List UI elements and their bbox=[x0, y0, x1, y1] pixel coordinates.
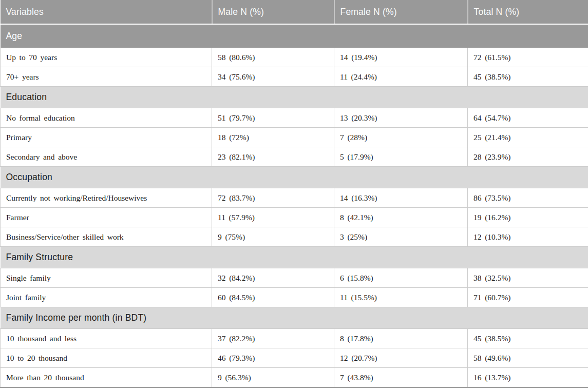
demographics-table: Variables Male N (%) Female N (%) Total … bbox=[0, 0, 588, 388]
cell-male: 60 (84.5%) bbox=[212, 288, 334, 307]
cell-total: 45 (38.5%) bbox=[468, 67, 588, 87]
table-row-primary: Primary18 (72%)7 (28%)25 (21.4%) bbox=[1, 128, 588, 147]
section-label: Age bbox=[1, 24, 588, 48]
cell-variable: Joint family bbox=[1, 288, 212, 307]
cell-male: 32 (84.2%) bbox=[212, 268, 334, 288]
section-label: Family Structure bbox=[1, 247, 588, 268]
table-row-business-service-other-skilled-work: Business/Service/other skilled work9 (75… bbox=[1, 227, 588, 247]
cell-total: 64 (54.7%) bbox=[468, 108, 588, 128]
cell-female: 5 (17.9%) bbox=[334, 147, 468, 167]
cell-male: 9 (75%) bbox=[212, 227, 334, 247]
table-row-up-to-70-years: Up to 70 years58 (80.6%)14 (19.4%)72 (61… bbox=[1, 48, 588, 67]
table-row-joint-family: Joint family60 (84.5%)11 (15.5%)71 (60.7… bbox=[1, 288, 588, 307]
cell-variable: 70+ years bbox=[1, 67, 212, 87]
section-label: Occupation bbox=[1, 167, 588, 188]
cell-total: 38 (32.5%) bbox=[468, 268, 588, 288]
col-header-female: Female N (%) bbox=[334, 0, 468, 24]
col-header-male: Male N (%) bbox=[212, 0, 334, 24]
cell-total: 86 (73.5%) bbox=[468, 188, 588, 208]
cell-male: 72 (83.7%) bbox=[212, 188, 334, 208]
cell-variable: Primary bbox=[1, 128, 212, 147]
cell-variable: Farmer bbox=[1, 208, 212, 227]
section-row-education: Education bbox=[1, 87, 588, 108]
cell-variable: 10 thousand and less bbox=[1, 329, 212, 348]
table-row-70-years: 70+ years34 (75.6%)11 (24.4%)45 (38.5%) bbox=[1, 67, 588, 87]
cell-variable: Single family bbox=[1, 268, 212, 288]
section-label: Education bbox=[1, 87, 588, 108]
cell-total: 58 (49.6%) bbox=[468, 348, 588, 368]
col-header-total: Total N (%) bbox=[468, 0, 588, 24]
cell-male: 18 (72%) bbox=[212, 128, 334, 147]
table-row-no-formal-education: No formal education51 (79.7%)13 (20.3%)6… bbox=[1, 108, 588, 128]
header-row: Variables Male N (%) Female N (%) Total … bbox=[1, 0, 588, 24]
cell-female: 12 (20.7%) bbox=[334, 348, 468, 368]
section-row-family-structure: Family Structure bbox=[1, 247, 588, 268]
cell-male: 51 (79.7%) bbox=[212, 108, 334, 128]
cell-total: 28 (23.9%) bbox=[468, 147, 588, 167]
cell-female: 3 (25%) bbox=[334, 227, 468, 247]
cell-female: 11 (24.4%) bbox=[334, 67, 468, 87]
cell-male: 23 (82.1%) bbox=[212, 147, 334, 167]
section-row-occupation: Occupation bbox=[1, 167, 588, 188]
cell-female: 11 (15.5%) bbox=[334, 288, 468, 307]
col-header-variables: Variables bbox=[1, 0, 212, 24]
cell-female: 8 (17.8%) bbox=[334, 329, 468, 348]
table-row-10-to-20-thousand: 10 to 20 thousand46 (79.3%)12 (20.7%)58 … bbox=[1, 348, 588, 368]
cell-female: 13 (20.3%) bbox=[334, 108, 468, 128]
cell-variable: Currently not working/Retired/Housewives bbox=[1, 188, 212, 208]
cell-total: 72 (61.5%) bbox=[468, 48, 588, 67]
cell-female: 14 (16.3%) bbox=[334, 188, 468, 208]
cell-female: 14 (19.4%) bbox=[334, 48, 468, 67]
cell-total: 19 (16.2%) bbox=[468, 208, 588, 227]
cell-total: 71 (60.7%) bbox=[468, 288, 588, 307]
cell-male: 58 (80.6%) bbox=[212, 48, 334, 67]
table-row-secondary-and-above: Secondary and above23 (82.1%)5 (17.9%)28… bbox=[1, 147, 588, 167]
cell-total: 12 (10.3%) bbox=[468, 227, 588, 247]
cell-total: 45 (38.5%) bbox=[468, 329, 588, 348]
cell-total: 16 (13.7%) bbox=[468, 368, 588, 388]
table-row-single-family: Single family32 (84.2%)6 (15.8%)38 (32.5… bbox=[1, 268, 588, 288]
table-row-currently-not-working-retired-housewives: Currently not working/Retired/Housewives… bbox=[1, 188, 588, 208]
cell-female: 7 (28%) bbox=[334, 128, 468, 147]
cell-male: 34 (75.6%) bbox=[212, 67, 334, 87]
cell-variable: More than 20 thousand bbox=[1, 368, 212, 388]
cell-variable: No formal education bbox=[1, 108, 212, 128]
cell-male: 37 (82.2%) bbox=[212, 329, 334, 348]
cell-female: 7 (43.8%) bbox=[334, 368, 468, 388]
section-row-family-income-per-month-in-bdt: Family Income per month (in BDT) bbox=[1, 307, 588, 329]
cell-variable: Up to 70 years bbox=[1, 48, 212, 67]
cell-female: 6 (15.8%) bbox=[334, 268, 468, 288]
cell-male: 11 (57.9%) bbox=[212, 208, 334, 227]
section-label: Family Income per month (in BDT) bbox=[1, 307, 588, 329]
cell-total: 25 (21.4%) bbox=[468, 128, 588, 147]
cell-variable: 10 to 20 thousand bbox=[1, 348, 212, 368]
cell-male: 9 (56.3%) bbox=[212, 368, 334, 388]
cell-variable: Secondary and above bbox=[1, 147, 212, 167]
cell-variable: Business/Service/other skilled work bbox=[1, 227, 212, 247]
table-row-10-thousand-and-less: 10 thousand and less37 (82.2%)8 (17.8%)4… bbox=[1, 329, 588, 348]
section-row-age: Age bbox=[1, 24, 588, 48]
cell-female: 8 (42.1%) bbox=[334, 208, 468, 227]
cell-male: 46 (79.3%) bbox=[212, 348, 334, 368]
table-row-more-than-20-thousand: More than 20 thousand9 (56.3%)7 (43.8%)1… bbox=[1, 368, 588, 388]
table-row-farmer: Farmer11 (57.9%)8 (42.1%)19 (16.2%) bbox=[1, 208, 588, 227]
